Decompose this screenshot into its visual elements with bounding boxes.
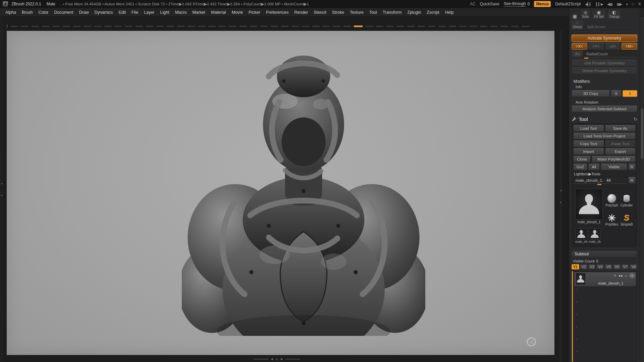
menu-item[interactable]: File — [131, 10, 138, 15]
right-scrollbar-thumb[interactable] — [641, 109, 643, 159]
clone-button[interactable]: Clone — [573, 156, 591, 163]
tab-v6[interactable]: V6 — [613, 264, 621, 269]
sculpt-brush-icon[interactable]: ✎ — [614, 274, 616, 278]
scroll-left-icon[interactable]: ◂ — [560, 189, 561, 192]
tab-v2[interactable]: V2 — [580, 264, 588, 269]
symmetry-y-button[interactable]: >Y< — [588, 43, 604, 50]
cylinder-tool[interactable]: Cylinder — [620, 189, 634, 207]
menu-item[interactable]: Dynamics — [95, 10, 113, 15]
goz-button[interactable]: GoZ — [573, 164, 587, 170]
menu-item[interactable]: Movie — [232, 10, 243, 15]
active-tool-thumbnail[interactable] — [575, 189, 603, 220]
lightbox-tools-link[interactable]: Lightbox▶Tools — [573, 170, 636, 177]
tab-v5[interactable]: V5 — [605, 264, 612, 269]
subtool-scrollbar[interactable] — [572, 271, 573, 362]
recent-tool-1[interactable]: male_zb — [575, 228, 587, 243]
ghost-button[interactable]: ◌ Ghost — [572, 20, 583, 29]
menu-item[interactable]: Color — [39, 10, 49, 15]
polymesh-star-tool[interactable]: PolyMes — [605, 208, 619, 226]
visibility-eye-icon[interactable] — [630, 273, 635, 278]
transp-button[interactable]: ◧ Transp — [608, 10, 621, 19]
expand-ui-icon[interactable]: ▎▎▶ — [596, 2, 603, 6]
symmetry-m-button[interactable]: >M< — [622, 43, 637, 50]
active-tool-cell[interactable]: male_zbrush_1 — [575, 189, 603, 226]
symmetry-x-button[interactable]: >X< — [572, 43, 587, 50]
see-through-slider[interactable]: See-through 0 — [504, 1, 530, 7]
menu-item[interactable]: Light — [160, 10, 169, 15]
subtool-header[interactable]: Subtool — [572, 250, 637, 258]
menu-item[interactable]: Transform — [383, 10, 402, 15]
symmetry-z-button[interactable]: >Z< — [605, 43, 621, 50]
export-button[interactable]: Export — [605, 148, 636, 155]
scroll-left-icon[interactable]: ◂ — [1, 182, 2, 185]
menu-item[interactable]: Texture — [350, 10, 364, 15]
maximize-icon[interactable]: □ — [632, 2, 634, 6]
menu-item[interactable]: Layer — [144, 10, 154, 15]
document-canvas[interactable] — [7, 31, 554, 355]
quicksave-button[interactable]: QuickSave — [480, 2, 499, 6]
nav-right-icon[interactable]: ▶ — [281, 357, 283, 361]
scroll-left-icon[interactable]: ◂ — [1, 194, 2, 197]
menu-item[interactable]: Preferences — [266, 10, 288, 15]
menu-item[interactable]: Edit — [119, 10, 126, 15]
goz-visible-button[interactable]: Visible — [601, 164, 627, 170]
restore-config-icon[interactable]: ↻ — [634, 117, 637, 122]
menu-item[interactable]: Picker — [249, 10, 260, 15]
tab-v1[interactable]: V1 — [572, 264, 579, 269]
3d-copy-button[interactable]: 3D Copy — [572, 90, 610, 97]
menu-item[interactable]: Stencil — [314, 10, 326, 15]
goz-r-button[interactable]: R — [628, 164, 636, 170]
recent-tool-2[interactable]: male_zb — [589, 228, 601, 243]
use-posable-symmetry-button[interactable]: Use Posable Symmetry — [572, 60, 637, 66]
analyze-selected-subtool-button[interactable]: Analyze Selected Subtool — [572, 106, 637, 112]
canvas-bottom-nav[interactable]: ◀ ▲ ▶ — [254, 357, 300, 361]
i-button[interactable]: I — [623, 90, 637, 97]
dock-left-icon[interactable]: ◀▦ — [607, 2, 612, 6]
split-screen-button[interactable]: Split Screen — [586, 24, 607, 29]
menus-toggle-button[interactable]: Menus — [534, 1, 551, 7]
nav-up-icon[interactable]: ▲ — [275, 357, 278, 361]
ac-toggle[interactable]: AC — [470, 2, 476, 6]
info-header[interactable]: Info — [572, 84, 637, 89]
goz-all-button[interactable]: All — [588, 164, 600, 170]
menu-item[interactable]: Macro — [175, 10, 187, 15]
shrink-ui-icon[interactable]: ◀▎▎ — [585, 2, 592, 6]
menu-item[interactable]: Zscript — [427, 10, 439, 15]
menu-item[interactable]: Brush — [22, 10, 33, 15]
menu-item[interactable]: Document — [54, 10, 73, 15]
save-as-button[interactable]: Save As — [605, 125, 636, 132]
menu-item[interactable]: Tool — [369, 10, 377, 15]
fit-sel-button[interactable]: ▣ Fit Sel — [593, 10, 605, 19]
active-tool-slider[interactable]: male_zbrush_1. 49 — [573, 177, 627, 184]
nav-left-icon[interactable]: ◀ — [271, 357, 273, 361]
close-icon[interactable]: ✕ — [638, 2, 641, 6]
polypaint-dots-icon[interactable]: ●● — [619, 274, 623, 278]
default-zscript-button[interactable]: DefaultZScript — [555, 2, 581, 6]
paste-tool-button[interactable]: Paste Tool — [605, 140, 636, 147]
menu-item[interactable]: Draw — [79, 10, 89, 15]
simple-brush-tool[interactable]: S SimpleB — [620, 208, 634, 226]
load-tool-button[interactable]: Load Tool — [573, 125, 604, 132]
gyro-circle-icon[interactable] — [527, 338, 536, 346]
material-icon[interactable]: ◐ — [626, 274, 627, 278]
menu-item[interactable]: Help — [445, 10, 454, 15]
tab-v4[interactable]: V4 — [596, 264, 604, 269]
menu-item[interactable]: Stroke — [332, 10, 344, 15]
subtool-row[interactable]: ✎ ●● ◐ male_zbrush_1 — [574, 272, 636, 287]
s-button[interactable]: S — [611, 90, 622, 97]
symmetry-radial-button[interactable]: (R) — [572, 51, 583, 57]
menu-item[interactable]: Alpha — [5, 10, 16, 15]
tab-v7[interactable]: V7 — [622, 264, 629, 269]
minimize-icon[interactable]: ▾ — [626, 2, 628, 6]
right-scrollbar[interactable] — [640, 8, 644, 362]
sculpture-3d-model[interactable] — [182, 46, 425, 336]
axis-rotation-header[interactable]: Axis Rotation — [572, 100, 637, 105]
left-scrollbar[interactable]: ◂ ◂ — [0, 17, 3, 362]
modifiers-header[interactable]: Modifiers — [572, 78, 637, 84]
tab-v3[interactable]: V3 — [588, 264, 596, 269]
menu-item[interactable]: Marker — [192, 10, 205, 15]
menu-item[interactable]: Render — [294, 10, 308, 15]
tool-palette-header[interactable]: Tool ↻ — [572, 116, 637, 122]
scroll-right-icon[interactable]: ▸ — [560, 201, 561, 204]
subtool-list[interactable]: ✎ ●● ◐ male_zbrush_1 — [572, 271, 637, 362]
